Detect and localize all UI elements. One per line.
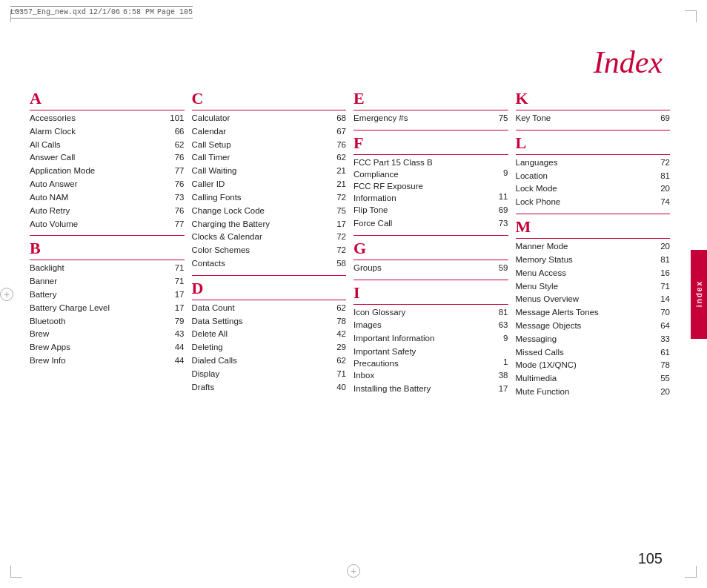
- reg-mark-bottom: [347, 564, 360, 578]
- column-1: A Accessories101 Alarm Clock66 All Calls…: [30, 89, 192, 399]
- list-item: Manner Mode20: [516, 240, 671, 254]
- list-item: Languages72: [516, 156, 671, 170]
- file-page: Page 105: [157, 8, 193, 16]
- page-title: Index: [594, 44, 663, 80]
- section-D-entries: Data Count62 Data Settings78 Delete All4…: [192, 302, 347, 394]
- file-header: LG357_Eng_new.qxd 12/1/06 6:58 PM Page 1…: [10, 6, 193, 19]
- page-number: 105: [638, 550, 663, 567]
- list-item: Calling Fonts72: [192, 191, 347, 205]
- list-item: Menu Access16: [516, 267, 671, 280]
- list-item: Brew Apps44: [30, 341, 185, 354]
- list-item: Charging the Battery17: [192, 218, 347, 231]
- list-item: Application Mode77: [30, 165, 185, 178]
- section-G-letter: G: [354, 239, 508, 260]
- list-item: Brew Info44: [30, 354, 185, 368]
- list-item: Multimedia55: [516, 372, 671, 386]
- section-F-letter: F: [354, 133, 508, 155]
- list-item: Alarm Clock66: [30, 125, 185, 139]
- divider-FG: [354, 235, 508, 236]
- list-item: Display71: [192, 368, 347, 381]
- list-item: Mode (1X/QNC)78: [516, 359, 671, 372]
- content-area: A Accessories101 Alarm Clock66 All Calls…: [30, 89, 677, 399]
- list-item: Location81: [516, 170, 671, 183]
- list-item: Auto Retry76: [30, 205, 185, 218]
- list-item: Flip Tone69: [354, 204, 508, 217]
- list-item: Missed Calls61: [516, 346, 671, 360]
- list-item: Clocks & Calendar72: [192, 231, 347, 244]
- section-K-letter: K: [516, 89, 671, 110]
- section-I-letter: I: [354, 283, 508, 305]
- list-item: Calendar67: [192, 125, 347, 139]
- list-item: Call Setup76: [192, 139, 347, 152]
- list-item: Menu Style71: [516, 280, 671, 294]
- list-item: Dialed Calls62: [192, 354, 347, 368]
- column-3: E Emergency #s75 F FCC Part 15 Class BCo…: [354, 89, 516, 399]
- divider-AB: [30, 235, 185, 236]
- list-item: FCC RF ExposureInformation 11: [354, 180, 508, 204]
- page-container: LG357_Eng_new.qxd 12/1/06 6:58 PM Page 1…: [0, 0, 707, 588]
- section-A-letter: A: [30, 89, 185, 110]
- list-item: Auto Volume77: [30, 218, 185, 231]
- list-item: Message Alerts Tones70: [516, 306, 671, 320]
- list-item: Mute Function20: [516, 386, 671, 399]
- section-M-entries: Manner Mode20 Memory Status81 Menu Acces…: [516, 240, 671, 399]
- file-name: LG357_Eng_new.qxd: [10, 8, 86, 16]
- list-item: Important SafetyPrecautions 1: [354, 346, 508, 369]
- corner-mark-tr: [685, 10, 697, 22]
- list-item: All Calls62: [30, 139, 185, 152]
- list-item: Answer Call76: [30, 151, 185, 165]
- list-item: Images63: [354, 319, 508, 332]
- list-item: Drafts40: [192, 381, 347, 394]
- list-item: Important Information9: [354, 332, 508, 346]
- list-item: Menus Overview14: [516, 293, 671, 306]
- list-item: Auto Answer76: [30, 178, 185, 191]
- divider-EF: [354, 130, 508, 131]
- divider-LM: [516, 214, 671, 214]
- list-item: Groups59: [354, 262, 508, 275]
- section-A-entries: Accessories101 Alarm Clock66 All Calls62…: [30, 112, 185, 231]
- list-item: Icon Glossary81: [354, 306, 508, 320]
- list-item: Deleting29: [192, 341, 347, 354]
- section-I-entries: Icon Glossary81 Images63 Important Infor…: [354, 306, 508, 396]
- list-item: Messaging33: [516, 333, 671, 346]
- list-item: Emergency #s75: [354, 112, 508, 125]
- section-D-letter: D: [192, 279, 347, 300]
- list-item: Contacts58: [192, 257, 347, 271]
- list-item: Battery Charge Level17: [30, 302, 185, 315]
- section-B-letter: B: [30, 239, 185, 260]
- section-E-entries: Emergency #s75: [354, 112, 508, 125]
- column-2: C Calculator68 Calendar67 Call Setup76 C…: [192, 89, 354, 399]
- list-item: Memory Status81: [516, 254, 671, 267]
- list-item: Key Tone69: [516, 112, 671, 125]
- corner-mark-bl: [10, 566, 22, 578]
- section-G-entries: Groups59: [354, 262, 508, 275]
- section-L-letter: L: [516, 133, 671, 155]
- section-C-letter: C: [192, 89, 347, 110]
- list-item: Data Count62: [192, 302, 347, 315]
- file-time: 6:58 PM: [123, 8, 154, 16]
- list-item: Battery17: [30, 288, 185, 302]
- divider-KL: [516, 130, 671, 131]
- reg-mark-left: [0, 288, 13, 301]
- list-item: Bluetooth79: [30, 315, 185, 328]
- section-C-entries: Calculator68 Calendar67 Call Setup76 Cal…: [192, 112, 347, 271]
- list-item: Brew43: [30, 328, 185, 341]
- list-item: Backlight71: [30, 262, 185, 275]
- column-4: K Key Tone69 L Languages72 Location81 Lo…: [516, 89, 678, 399]
- divider-CD: [192, 275, 347, 276]
- list-item: Caller ID21: [192, 178, 347, 191]
- side-tab-text: index: [695, 280, 703, 307]
- list-item: Banner71: [30, 275, 185, 288]
- section-K-entries: Key Tone69: [516, 112, 671, 125]
- list-item: Calculator68: [192, 112, 347, 125]
- section-L-entries: Languages72 Location81 Lock Mode20 Lock …: [516, 156, 671, 209]
- list-item: Installing the Battery17: [354, 383, 508, 396]
- side-tab: index: [691, 250, 707, 339]
- list-item: Accessories101: [30, 112, 185, 125]
- divider-GI: [354, 280, 508, 280]
- list-item: Change Lock Code75: [192, 205, 347, 218]
- list-item: Message Objects64: [516, 320, 671, 333]
- list-item: Color Schemes72: [192, 244, 347, 257]
- list-item: Auto NAM73: [30, 191, 185, 205]
- section-E-letter: E: [354, 89, 508, 110]
